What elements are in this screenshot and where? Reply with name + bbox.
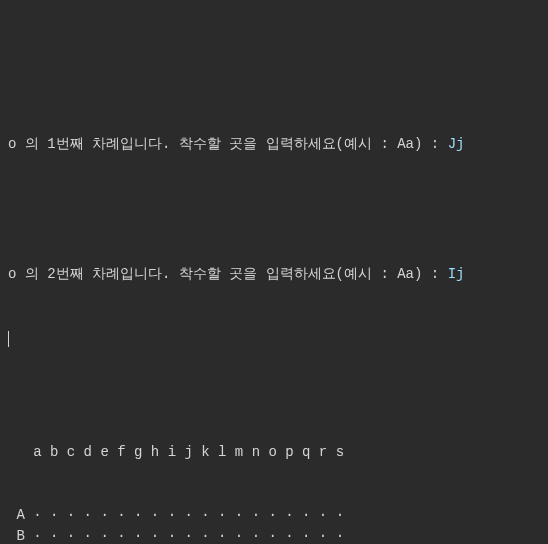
prompt-line-1: o 의 1번째 차례입니다. 착수할 곳을 입력하세요(예시 : Aa) : J… xyxy=(8,134,540,155)
turn-text: 의 2번째 차례입니다. 착수할 곳을 입력하세요(예시 : Aa) : xyxy=(16,266,447,282)
user-input-1[interactable]: Jj xyxy=(448,136,465,152)
user-input-2[interactable]: Ij xyxy=(448,266,465,282)
board-row-B: B · · · · · · · · · · · · · · · · · · · xyxy=(8,526,540,544)
board-row-A: A · · · · · · · · · · · · · · · · · · · xyxy=(8,505,540,526)
game-board: a b c d e f g h i j k l m n o p q r s A … xyxy=(8,400,540,544)
cursor-icon xyxy=(8,331,9,347)
blank-line xyxy=(8,199,540,220)
terminal-output: o 의 1번째 차례입니다. 착수할 곳을 입력하세요(예시 : Aa) : J… xyxy=(8,92,540,544)
turn-text: 의 1번째 차례입니다. 착수할 곳을 입력하세요(예시 : Aa) : xyxy=(16,136,447,152)
prompt-line-2: o 의 2번째 차례입니다. 착수할 곳을 입력하세요(예시 : Aa) : I… xyxy=(8,264,540,285)
cursor-line[interactable] xyxy=(8,329,540,350)
column-header-row: a b c d e f g h i j k l m n o p q r s xyxy=(8,442,540,463)
